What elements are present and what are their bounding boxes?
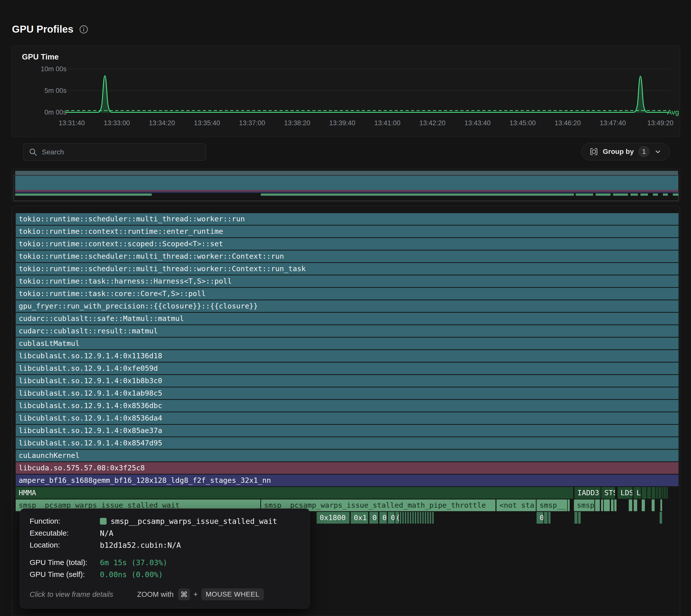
- flame-block[interactable]: STS: [601, 487, 615, 499]
- flame-block[interactable]: [432, 512, 434, 524]
- flame-block[interactable]: [664, 487, 665, 499]
- flame-block[interactable]: libcublasLt.so.12.9.1.4:0x85ae37a: [16, 425, 678, 437]
- flame-block[interactable]: [422, 512, 424, 524]
- flame-block[interactable]: libcublasLt.so.12.9.1.4:0x8547d95: [16, 437, 678, 449]
- chart-line: [66, 76, 669, 112]
- flame-block[interactable]: tokio::runtime::scheduler::multi_thread:…: [16, 213, 678, 225]
- flame-row: libcublasLt.so.12.9.1.4:0x1b8b3c0: [12, 375, 680, 387]
- flame-block[interactable]: [402, 512, 404, 524]
- flame-block[interactable]: IADD3: [575, 487, 601, 499]
- flame-block[interactable]: tokio::runtime::scheduler::multi_thread:…: [16, 263, 678, 274]
- flame-block[interactable]: [665, 487, 666, 499]
- flamegraph-minimap[interactable]: [12, 169, 680, 202]
- flame-block[interactable]: [412, 512, 414, 524]
- flame-row: cudarc::cublaslt::safe::Matmul::matmul: [12, 313, 680, 325]
- flame-block[interactable]: [400, 512, 401, 524]
- flame-block[interactable]: cuLaunchKernel: [16, 450, 678, 461]
- flame-block[interactable]: [611, 500, 613, 511]
- flame-row: libcublasLt.so.12.9.1.4:0x1136d18: [12, 350, 680, 362]
- flame-block[interactable]: [662, 487, 663, 499]
- flame-block[interactable]: [652, 500, 655, 511]
- flame-block[interactable]: [405, 512, 406, 524]
- flame-block[interactable]: (: [395, 512, 399, 524]
- flame-block[interactable]: [420, 512, 421, 524]
- flame-block[interactable]: [417, 512, 419, 524]
- flame-block[interactable]: [544, 512, 547, 524]
- flame-block[interactable]: [647, 487, 651, 499]
- group-by-control[interactable]: Group by 1: [581, 143, 670, 160]
- cmd-key-icon: ⌘: [178, 588, 190, 600]
- flame-block[interactable]: cudarc::cublaslt::result::matmul: [16, 325, 678, 337]
- flame-block[interactable]: [660, 512, 662, 524]
- flame-block[interactable]: 0: [369, 512, 378, 524]
- flame-block[interactable]: [601, 500, 603, 511]
- flame-row: libcublasLt.so.12.9.1.4:0x1ab98c5: [12, 388, 680, 399]
- flame-block[interactable]: cudarc::cublaslt::safe::Matmul::matmul: [16, 313, 678, 325]
- flame-block[interactable]: tokio::runtime::task::core::Core<T,S>::p…: [16, 288, 678, 300]
- flame-block[interactable]: L: [633, 487, 641, 499]
- flame-block[interactable]: LDS: [618, 487, 632, 499]
- flame-block[interactable]: [658, 487, 661, 499]
- flame-block[interactable]: [629, 500, 632, 511]
- flame-block[interactable]: libcublasLt.so.12.9.1.4:0x1136d18: [16, 350, 678, 362]
- flame-block[interactable]: libcublasLt.so.12.9.1.4:0x1ab98c5: [16, 388, 678, 399]
- flame-block[interactable]: tokio::runtime::context::runtime::enter_…: [16, 225, 678, 237]
- x-tick-label: 13:46:20: [555, 119, 581, 127]
- flame-block[interactable]: libcublasLt.so.12.9.1.4:0xfe059d: [16, 362, 678, 374]
- flame-block[interactable]: libcublasLt.so.12.9.1.4:0x1b8b3c0: [16, 375, 678, 387]
- flame-row: libcublasLt.so.12.9.1.4:0x8536da4: [12, 412, 680, 424]
- flame-block[interactable]: [661, 500, 662, 511]
- flame-block[interactable]: smsp__: [574, 500, 595, 511]
- flame-block[interactable]: [604, 500, 610, 511]
- flame-block[interactable]: 0x1: [351, 512, 368, 524]
- flame-block[interactable]: tokio::runtime::context::scoped::Scoped<…: [16, 238, 678, 250]
- flame-block[interactable]: [425, 512, 426, 524]
- flame-block[interactable]: libcuda.so.575.57.08:0x3f25c8: [16, 462, 678, 474]
- flame-block[interactable]: ampere_bf16_s1688gemm_bf16_128x128_ldg8_…: [16, 475, 678, 486]
- y-tick-label: 5m 00s: [44, 87, 66, 95]
- flame-block[interactable]: [634, 500, 637, 511]
- flame-block[interactable]: [430, 512, 431, 524]
- flame-block[interactable]: cublasLtMatmul: [16, 338, 678, 349]
- tooltip-location-label: Location:: [30, 541, 100, 549]
- flame-block[interactable]: libcublasLt.so.12.9.1.4:0x8536da4: [16, 412, 678, 424]
- flame-block[interactable]: 0: [380, 512, 387, 524]
- flame-block[interactable]: [667, 487, 668, 499]
- flame-block[interactable]: tokio::runtime::task::harness::Harness<T…: [16, 276, 678, 287]
- flame-block[interactable]: libcublasLt.so.12.9.1.4:0x8536dbc: [16, 400, 678, 412]
- flame-row: tokio::runtime::task::core::Core<T,S>::p…: [12, 288, 680, 300]
- flame-block[interactable]: [575, 512, 577, 524]
- flame-block[interactable]: <not sta: [496, 500, 536, 511]
- flame-block[interactable]: [595, 500, 600, 511]
- flame-block[interactable]: [427, 512, 429, 524]
- flame-block[interactable]: tokio::runtime::scheduler::multi_thread:…: [16, 250, 678, 262]
- search-box[interactable]: [23, 144, 206, 160]
- flame-row: tokio::runtime::task::harness::Harness<T…: [12, 276, 680, 287]
- flame-block[interactable]: [407, 512, 409, 524]
- flame-block[interactable]: [548, 512, 550, 524]
- flame-block[interactable]: 0: [537, 512, 543, 524]
- flame-block[interactable]: [578, 512, 581, 524]
- flame-block[interactable]: [614, 500, 617, 511]
- flame-block[interactable]: [568, 500, 570, 511]
- flame-block[interactable]: [410, 512, 411, 524]
- flame-block[interactable]: gpu_fryer::run_with_precision::{{closure…: [16, 300, 678, 312]
- flame-block[interactable]: [642, 500, 645, 511]
- x-tick-label: 13:31:40: [59, 119, 85, 127]
- minimap-brush-selection[interactable]: [14, 175, 678, 201]
- gpu-time-line-chart[interactable]: [66, 61, 670, 115]
- flame-block[interactable]: [415, 512, 416, 524]
- flame-block[interactable]: 0: [388, 512, 394, 524]
- flame-block[interactable]: HMMA: [16, 487, 573, 499]
- search-icon: [29, 148, 37, 156]
- tooltip-click-hint: Click to view frame details: [30, 590, 113, 599]
- flame-block[interactable]: [652, 487, 655, 499]
- search-input[interactable]: [41, 148, 200, 156]
- flame-block[interactable]: smsp__: [537, 500, 567, 511]
- flame-block[interactable]: [642, 487, 646, 499]
- flame-block[interactable]: [656, 487, 658, 499]
- flame-row: cublasLtMatmul: [12, 338, 680, 349]
- frame-tooltip: Function: smsp__pcsamp_warps_issue_stall…: [20, 508, 310, 609]
- flame-block[interactable]: 0x1800: [317, 512, 349, 524]
- info-icon[interactable]: [79, 25, 88, 34]
